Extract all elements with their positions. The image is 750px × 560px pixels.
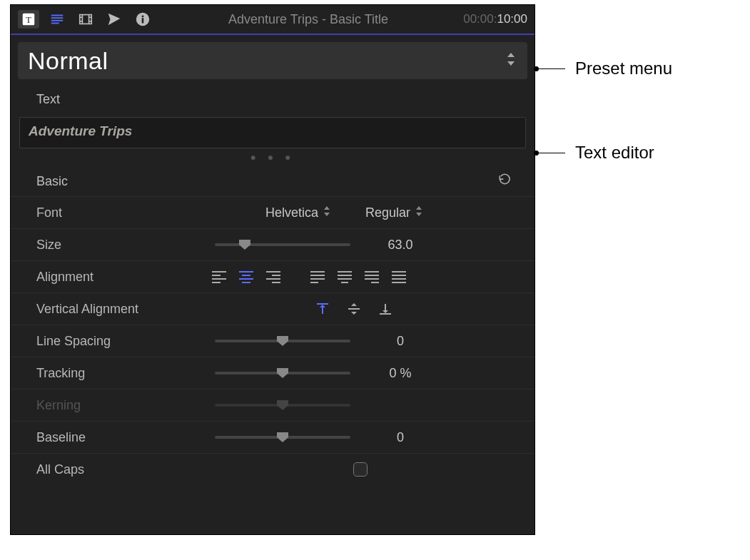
justify-last-right-icon[interactable] — [363, 270, 380, 284]
basic-section-label: Basic — [36, 174, 68, 189]
line-spacing-value[interactable]: 0 — [358, 334, 443, 349]
preset-label: Normal — [28, 47, 108, 75]
chevron-updown-icon — [505, 51, 517, 70]
resize-handle-icon[interactable]: ● ● ● — [11, 148, 534, 164]
kerning-slider — [215, 398, 350, 412]
callout-editor-label: Text editor — [575, 143, 654, 163]
all-caps-label: All Caps — [36, 462, 179, 477]
chevron-updown-icon — [323, 205, 331, 220]
size-slider[interactable] — [215, 238, 350, 252]
text-inspector-tab[interactable]: T — [18, 10, 39, 29]
info-inspector-icon[interactable] — [132, 10, 153, 29]
timecode-start: 00:00: — [463, 12, 497, 26]
valign-top-icon[interactable] — [315, 302, 330, 316]
paragraph-inspector-icon[interactable] — [46, 10, 68, 29]
video-inspector-icon[interactable] — [75, 10, 96, 29]
slider-thumb-icon[interactable] — [276, 432, 289, 443]
align-left-icon[interactable] — [211, 270, 228, 284]
basic-section-header: Basic — [11, 164, 534, 196]
align-right-icon[interactable] — [265, 270, 282, 284]
font-row: Font Helvetica Regular — [11, 196, 534, 228]
alignment-buttons — [211, 270, 407, 284]
size-label: Size — [36, 238, 179, 253]
tracking-row: Tracking 0 % — [11, 357, 534, 389]
text-section-label: Text — [36, 92, 60, 107]
text-editor-value: Adventure Trips — [29, 123, 132, 138]
alignment-row: Alignment — [11, 260, 534, 292]
tracking-label: Tracking — [36, 366, 179, 381]
all-caps-checkbox[interactable] — [353, 462, 368, 477]
valign-label: Vertical Alignment — [36, 302, 179, 317]
svg-text:T: T — [26, 15, 31, 25]
slider-thumb-icon[interactable] — [276, 367, 289, 379]
tracking-value[interactable]: 0 % — [358, 366, 443, 381]
size-row: Size 63.0 — [11, 228, 534, 260]
baseline-label: Baseline — [36, 430, 179, 445]
valign-middle-icon[interactable] — [346, 302, 362, 316]
baseline-value[interactable]: 0 — [358, 430, 443, 445]
line-spacing-row: Line Spacing 0 — [11, 325, 534, 357]
justify-full-icon[interactable] — [390, 270, 407, 284]
callout-preset: Preset menu — [537, 58, 672, 78]
tracking-slider[interactable] — [215, 366, 350, 380]
slider-thumb-icon[interactable] — [238, 239, 251, 250]
kerning-row: Kerning — [11, 389, 534, 421]
alignment-label: Alignment — [36, 270, 179, 285]
slider-thumb-icon — [276, 399, 289, 411]
chevron-updown-icon — [415, 205, 423, 220]
justify-last-center-icon[interactable] — [336, 270, 353, 284]
callout-editor: Text editor — [537, 143, 654, 163]
inspector-panel: T Adventure Trips - Basic Title 00:00:10… — [10, 4, 535, 535]
inspector-tabbar: T Adventure Trips - Basic Title 00:00:10… — [11, 5, 534, 35]
preset-menu[interactable]: Normal — [18, 42, 527, 79]
callout-line-icon — [537, 153, 565, 153]
kerning-label: Kerning — [36, 398, 179, 413]
inspector-tabs: T — [18, 10, 153, 29]
valign-bottom-icon[interactable] — [377, 302, 393, 316]
font-family-popup[interactable]: Helvetica — [263, 204, 334, 222]
valign-row: Vertical Alignment — [11, 292, 534, 325]
font-style-popup[interactable]: Regular — [363, 204, 426, 222]
line-spacing-slider[interactable] — [215, 334, 350, 348]
clip-timecode: 00:00:10:00 — [463, 12, 527, 26]
all-caps-row: All Caps — [11, 453, 534, 485]
reset-icon[interactable] — [497, 173, 512, 190]
text-editor[interactable]: Adventure Trips — [19, 117, 526, 148]
font-style-value: Regular — [365, 205, 410, 220]
svg-rect-15 — [142, 18, 144, 23]
align-center-icon[interactable] — [238, 270, 255, 284]
size-value[interactable]: 63.0 — [358, 238, 443, 253]
clip-title: Adventure Trips - Basic Title — [153, 12, 463, 27]
callout-line-icon — [537, 68, 565, 69]
font-label: Font — [36, 205, 179, 220]
text-section-header: Text — [11, 79, 534, 113]
baseline-slider[interactable] — [215, 430, 350, 444]
svg-rect-6 — [80, 15, 92, 24]
justify-last-left-icon[interactable] — [309, 270, 326, 284]
font-family-value: Helvetica — [265, 205, 318, 220]
timecode-end: 10:00 — [497, 12, 527, 26]
slider-thumb-icon[interactable] — [276, 335, 289, 347]
effects-inspector-icon[interactable] — [103, 10, 125, 29]
svg-point-14 — [142, 15, 144, 17]
valign-buttons — [315, 302, 393, 316]
line-spacing-label: Line Spacing — [36, 334, 179, 349]
baseline-row: Baseline 0 — [11, 421, 534, 453]
callout-preset-label: Preset menu — [575, 58, 672, 78]
